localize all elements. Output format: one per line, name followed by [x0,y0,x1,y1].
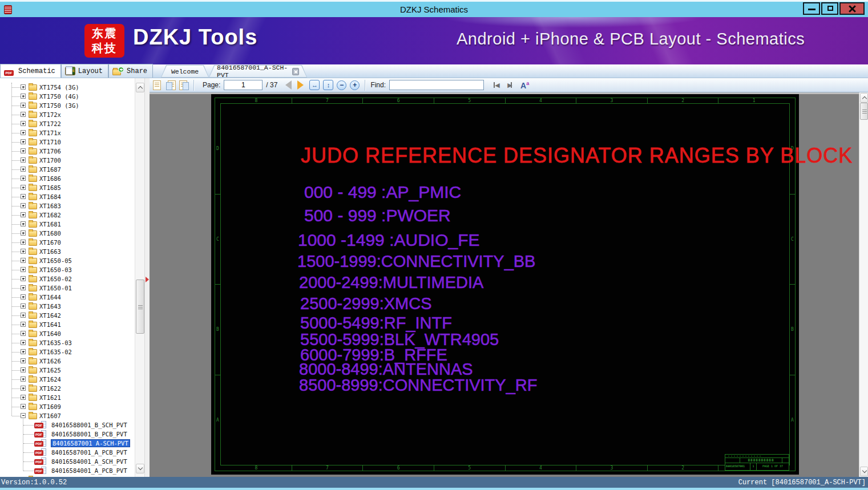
expand-plus-icon[interactable] [21,249,26,254]
expand-plus-icon[interactable] [21,167,26,172]
expand-plus-icon[interactable] [21,267,26,272]
scroll-down-button[interactable] [860,467,868,476]
tree-folder-row[interactable]: XT1670 [0,238,135,247]
pdf-viewer[interactable]: 87654321 87654321 DCBA DCBA JUDO REFEREN… [150,92,868,477]
expand-plus-icon[interactable] [21,194,26,199]
expand-plus-icon[interactable] [21,148,26,153]
expand-plus-icon[interactable] [21,313,26,318]
expand-plus-icon[interactable] [21,112,26,117]
tab-welcome[interactable]: Welcome [161,65,209,78]
tree-folder-row[interactable]: XT1687 [0,165,135,174]
page-view-icon[interactable] [153,80,161,90]
tree-folder-row[interactable]: XT1641 [0,320,135,329]
find-input[interactable] [389,80,484,90]
tree-folder-row[interactable]: XT1686 [0,174,135,183]
tree-file-row[interactable]: PDF 84016587001_A_PCB_PVT [0,448,135,457]
expand-plus-icon[interactable] [21,349,26,354]
tree-folder-row[interactable]: XT1622 [0,384,135,393]
tree-folder-row[interactable]: XT1684 [0,192,135,201]
tree-folder-row[interactable]: XT1681 [0,220,135,229]
collapse-minus-icon[interactable] [21,413,26,418]
expand-plus-icon[interactable] [21,139,26,144]
tree-file-row[interactable]: PDF 84016584001_A_PCB_PVT [0,466,135,475]
close-button[interactable] [839,2,865,15]
tree-folder-row[interactable]: XT1650-02 [0,274,135,284]
tree-folder-row[interactable]: XT1683 [0,201,135,210]
expand-plus-icon[interactable] [21,103,26,108]
tree-folder-row[interactable]: XT1650-05 [0,256,135,265]
expand-plus-icon[interactable] [21,322,26,327]
tree-folder-row[interactable]: XT1640 [0,329,135,338]
scroll-up-button[interactable] [136,83,144,92]
tree-folder-row[interactable]: XT1722 [0,119,135,128]
tree-folder-row[interactable]: XT1642 [0,311,135,320]
expand-plus-icon[interactable] [21,203,26,208]
expand-plus-icon[interactable] [21,340,26,345]
expand-plus-icon[interactable] [21,121,26,126]
maximize-button[interactable] [821,2,838,15]
expand-plus-icon[interactable] [21,367,26,372]
tree-file-row[interactable]: PDF 84016588001_B_SCH_PVT [0,420,135,430]
tree-folder-row-expanded[interactable]: XT1607 [0,411,135,420]
tree-folder-row[interactable]: XT1750 (3G) [0,101,135,110]
prev-page-icon[interactable] [285,80,292,90]
tree-folder-row[interactable]: XT1700 [0,156,135,165]
tree-folder-row[interactable]: XT172x [0,110,135,119]
tree-folder-row[interactable]: XT1754 (3G) [0,83,135,92]
tab-close-icon[interactable] [292,68,299,75]
tree-folder-row[interactable]: XT1650-01 [0,284,135,293]
fit-page-button[interactable]: ↕ [323,80,333,90]
scroll-down-button[interactable] [136,464,144,473]
expand-plus-icon[interactable] [21,212,26,217]
tree-folder-row[interactable]: XT1644 [0,293,135,302]
expand-plus-icon[interactable] [21,303,26,309]
expand-plus-icon[interactable] [21,285,26,290]
tree-folder-row[interactable]: XT1685 [0,183,135,192]
zoom-in-button[interactable]: + [350,80,360,90]
expand-plus-icon[interactable] [21,404,26,409]
expand-plus-icon[interactable] [21,157,26,163]
match-case-icon[interactable]: Aa [520,80,529,90]
tab-document[interactable]: 84016587001_A-SCH-PVT [209,65,307,78]
expand-plus-icon[interactable] [21,130,26,135]
tab-share[interactable]: Share [108,64,153,78]
splitter-collapse-icon[interactable] [146,277,149,282]
tree-folder-row[interactable]: XT1710 [0,137,135,147]
tree-folder-row[interactable]: XT1750 (4G) [0,92,135,101]
tree-folder-row[interactable]: XT1625 [0,366,135,375]
tree-folder-row[interactable]: XT171x [0,128,135,137]
tree-file-row[interactable]: PDF 84016584001_A_SCH_PVT [0,457,135,466]
expand-plus-icon[interactable] [21,94,26,99]
scroll-up-button[interactable] [860,93,868,103]
tree-folder-row[interactable]: XT1706 [0,147,135,156]
minimize-button[interactable] [803,2,820,15]
expand-plus-icon[interactable] [21,176,26,181]
expand-plus-icon[interactable] [21,386,26,391]
expand-plus-icon[interactable] [21,376,26,382]
tree-scrollbar-thumb[interactable] [136,280,144,334]
tree-folder-row[interactable]: XT1635-02 [0,347,135,357]
tree-folder-row[interactable]: XT1643 [0,302,135,311]
sidebar-splitter[interactable] [144,78,150,477]
fit-width-button[interactable]: ↔ [309,80,320,90]
tree-folder-row[interactable]: XT1635-03 [0,338,135,347]
tree-scrollbar[interactable] [135,78,144,477]
next-page-icon[interactable] [297,80,304,90]
rotate-right-icon[interactable] [179,80,187,90]
expand-plus-icon[interactable] [21,331,26,336]
expand-plus-icon[interactable] [21,240,26,245]
expand-plus-icon[interactable] [21,185,26,190]
tree-folder-row[interactable]: XT1621 [0,393,135,402]
expand-plus-icon[interactable] [21,294,26,299]
tree-file-row[interactable]: PDF 84016588001_B_PCB_PVT [0,430,135,439]
expand-plus-icon[interactable] [21,258,26,263]
expand-plus-icon[interactable] [21,221,26,226]
expand-plus-icon[interactable] [21,358,26,363]
tree-file-row-selected[interactable]: PDF 84016587001_A-SCH-PVT [0,439,135,448]
find-next-icon[interactable]: ▶ [504,82,515,89]
tree-folder-row[interactable]: XT1682 [0,210,135,220]
expand-plus-icon[interactable] [21,395,26,400]
tree-folder-row[interactable]: XT1626 [0,357,135,366]
expand-plus-icon[interactable] [21,230,26,236]
expand-plus-icon[interactable] [21,276,26,281]
